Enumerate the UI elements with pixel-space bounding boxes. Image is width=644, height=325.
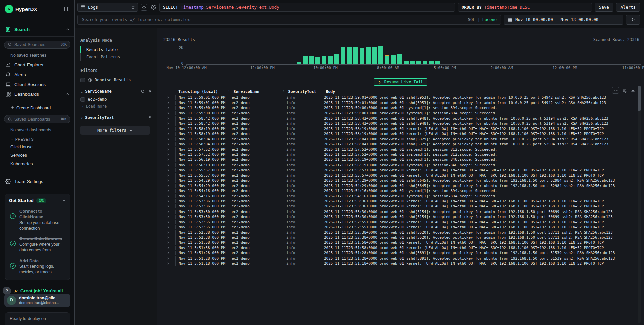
histogram-bar[interactable]	[404, 61, 409, 64]
filter-group-servicename[interactable]: ⌄ ServiceName	[80, 89, 152, 94]
histogram-bar[interactable]	[385, 55, 389, 64]
table-row[interactable]: Nov 11 5:51:28.000 PM ec2-demo info 2025…	[167, 250, 641, 256]
sidebar-item-dashboards[interactable]: Dashboards	[0, 89, 74, 99]
table-row[interactable]: Nov 11 5:52:55.000 PM ec2-demo info 2025…	[167, 220, 641, 225]
table-row[interactable]: Nov 11 5:57:52.000 PM ec2-demo info 2025…	[167, 152, 641, 157]
row-expand-chevron-icon[interactable]	[167, 195, 175, 198]
histogram-bar[interactable]	[347, 47, 352, 64]
histogram-bar[interactable]	[435, 61, 440, 64]
preset-item[interactable]: Kubernetes	[0, 159, 74, 168]
row-expand-chevron-icon[interactable]	[167, 205, 175, 208]
results-histogram[interactable]: 2K 0 Nov 10 12:00:00 AM12:00:00 PM10:00:…	[160, 46, 641, 70]
mode-results-table[interactable]: Results Table	[80, 46, 152, 53]
lucene-mode-toggle[interactable]: Lucene	[482, 17, 497, 22]
row-expand-chevron-icon[interactable]	[167, 241, 175, 244]
col-header-body[interactable]: ⋮Body	[324, 89, 641, 94]
row-expand-chevron-icon[interactable]	[167, 127, 175, 130]
get-started-item[interactable]: Create Data Sources Configure where your…	[9, 236, 66, 253]
histogram-bar[interactable]	[297, 62, 301, 64]
table-row[interactable]: Nov 11 5:57:52.000 PM ec2-demo info 2025…	[167, 147, 641, 152]
row-expand-chevron-icon[interactable]	[167, 200, 175, 203]
sidebar-collapse-icon[interactable]	[64, 6, 70, 12]
filter-group-severitytext[interactable]: › SeverityText	[80, 115, 152, 120]
histogram-bar[interactable]	[410, 61, 415, 64]
row-expand-chevron-icon[interactable]	[167, 153, 175, 156]
row-expand-chevron-icon[interactable]	[167, 246, 175, 249]
pin-icon[interactable]	[148, 89, 152, 94]
table-row[interactable]: Nov 11 5:53:36.000 PM ec2-demo info 2025…	[167, 204, 641, 209]
row-expand-chevron-icon[interactable]	[167, 122, 175, 125]
row-expand-chevron-icon[interactable]	[167, 117, 175, 120]
row-expand-chevron-icon[interactable]	[167, 231, 175, 234]
histogram-bar[interactable]	[423, 61, 427, 64]
resume-live-tail-button[interactable]: Resume Live Tail	[374, 78, 428, 86]
date-range-picker[interactable]: Nov 10 00:00:00 - Nov 13 00:00:00	[504, 15, 623, 25]
row-expand-chevron-icon[interactable]	[167, 251, 175, 254]
sidebar-item-client-sessions[interactable]: Client Sessions	[0, 80, 74, 89]
row-expand-chevron-icon[interactable]	[167, 189, 175, 192]
checkbox[interactable]	[80, 97, 85, 102]
histogram-bar[interactable]	[416, 61, 421, 64]
table-row[interactable]: Nov 11 5:53:30.000 PM ec2-demo info 2025…	[167, 214, 641, 219]
table-row[interactable]: Nov 11 5:58:19.000 PM ec2-demo info 2025…	[167, 131, 641, 136]
row-expand-chevron-icon[interactable]	[167, 106, 175, 109]
col-header-servicename[interactable]: ⋮ServiceName	[232, 89, 286, 94]
table-row[interactable]: Nov 11 5:53:36.000 PM ec2-demo info 2025…	[167, 199, 641, 204]
table-row[interactable]: Nov 11 5:51:28.000 PM ec2-demo info 2025…	[167, 256, 641, 261]
row-expand-chevron-icon[interactable]	[167, 143, 175, 146]
table-row[interactable]: Nov 11 5:54:16.000 PM ec2-demo info 2025…	[167, 188, 641, 193]
scrollbar-track[interactable]	[638, 86, 641, 323]
select-columns-input[interactable]: SELECT Timestamp,ServiceName,SeverityTex…	[159, 3, 455, 12]
row-expand-chevron-icon[interactable]	[167, 169, 175, 172]
histogram-bar[interactable]	[360, 48, 364, 64]
chevron-up-icon[interactable]	[62, 199, 66, 203]
sidebar-item-search[interactable]: Search	[0, 25, 74, 34]
checkbox[interactable]	[80, 78, 85, 82]
histogram-plot[interactable]: Nov 10 12:00:00 AM12:00:00 PM10:00:00 PM…	[186, 46, 641, 65]
row-expand-chevron-icon[interactable]	[167, 138, 175, 141]
more-filters-button[interactable]: More filters	[80, 126, 150, 135]
table-row[interactable]: Nov 11 5:52:38.000 PM ec2-demo info 2025…	[167, 235, 641, 240]
run-query-button[interactable]	[626, 15, 640, 25]
histogram-bar[interactable]	[315, 57, 320, 64]
table-row[interactable]: Nov 11 5:59:01.000 PM ec2-demo info 2025…	[167, 95, 641, 100]
col-header-timestamp[interactable]: Timestamp (Local)	[175, 89, 232, 94]
row-expand-chevron-icon[interactable]	[167, 262, 175, 265]
sidebar-item-alerts[interactable]: Alerts	[0, 70, 74, 80]
histogram-bar[interactable]	[372, 47, 377, 64]
histogram-bar[interactable]	[322, 56, 326, 64]
row-expand-chevron-icon[interactable]	[167, 236, 175, 239]
sql-mode-toggle[interactable]: SQL	[468, 17, 475, 22]
row-expand-chevron-icon[interactable]	[167, 215, 175, 218]
row-expand-chevron-icon[interactable]	[167, 210, 175, 213]
row-expand-chevron-icon[interactable]	[167, 257, 175, 260]
preset-item[interactable]: Services	[0, 151, 74, 159]
table-row[interactable]: Nov 11 5:53:30.000 PM ec2-demo info 2025…	[167, 209, 641, 214]
table-row[interactable]: Nov 11 5:55:57.000 PM ec2-demo info 2025…	[167, 168, 641, 173]
saved-searches-input[interactable]: Saved Searches ⌘K	[4, 41, 70, 49]
table-row[interactable]: Nov 11 5:54:16.000 PM ec2-demo info 2025…	[167, 193, 641, 198]
row-expand-chevron-icon[interactable]	[167, 112, 175, 115]
row-expand-chevron-icon[interactable]	[167, 148, 175, 151]
table-row[interactable]: Nov 11 5:59:00.000 PM ec2-demo info 2025…	[167, 110, 641, 115]
alerts-button[interactable]: Alerts	[616, 3, 640, 12]
col-header-severitytext[interactable]: ⋮SeverityText	[286, 89, 324, 94]
load-more-button[interactable]: › Load more	[80, 103, 152, 110]
table-row[interactable]: Nov 11 5:55:57.000 PM ec2-demo info 2025…	[167, 173, 641, 178]
sidebar-item-team-settings[interactable]: Team Settings	[0, 177, 74, 186]
order-by-input[interactable]: ORDER BY TimestampTime DESC	[458, 3, 592, 12]
table-row[interactable]: Nov 11 5:59:00.000 PM ec2-demo info 2025…	[167, 105, 641, 110]
table-row[interactable]: Nov 11 5:51:18.000 PM ec2-demo info 2025…	[167, 261, 641, 266]
histogram-bar[interactable]	[391, 55, 396, 64]
table-row[interactable]: Nov 11 5:52:38.000 PM ec2-demo info 2025…	[167, 230, 641, 235]
histogram-bar[interactable]	[378, 46, 383, 64]
get-started-item[interactable]: Add Data Start sending logs, metrics, or…	[9, 258, 66, 275]
create-dashboard-button[interactable]: Create Dashboard	[0, 103, 74, 113]
histogram-bar[interactable]	[328, 56, 333, 64]
histogram-bar[interactable]	[353, 47, 358, 64]
lucene-search-input[interactable]: Search your events w/ Lucene ex. column:…	[77, 15, 501, 25]
row-expand-chevron-icon[interactable]	[167, 96, 175, 99]
row-expand-chevron-icon[interactable]	[167, 101, 175, 104]
denoise-results-checkbox-row[interactable]: Denoise Results	[80, 76, 152, 84]
row-expand-chevron-icon[interactable]	[167, 179, 175, 182]
